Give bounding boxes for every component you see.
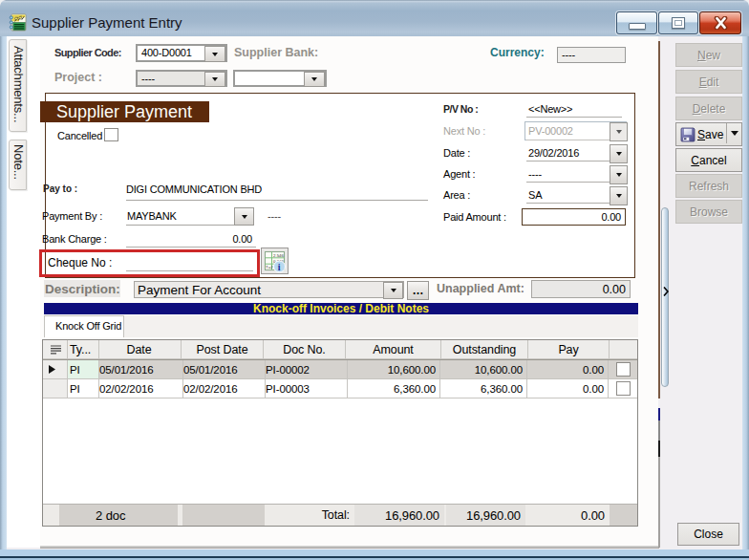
svg-text:i: i xyxy=(278,262,281,272)
svg-text:T=2: T=2 xyxy=(266,265,273,269)
svg-text:2.546: 2.546 xyxy=(273,253,285,258)
